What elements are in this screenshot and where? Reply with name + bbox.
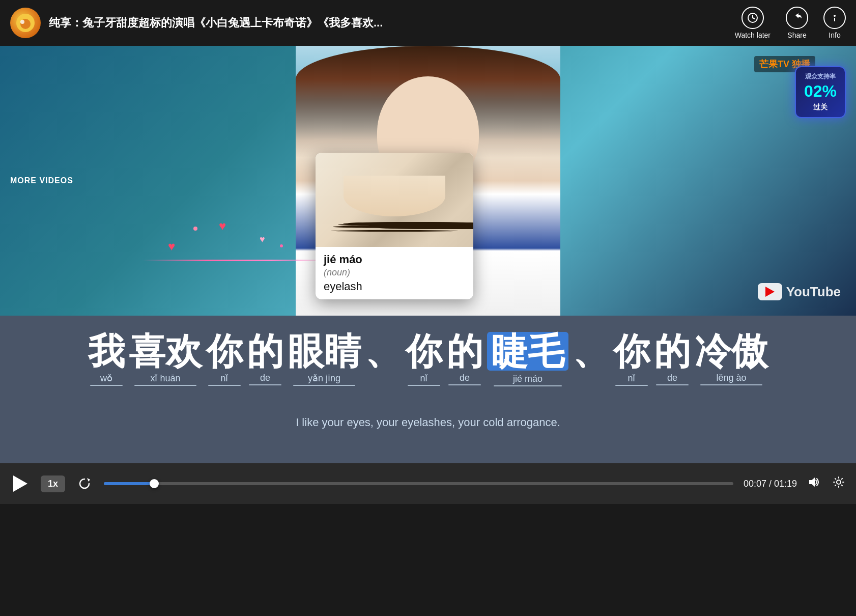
lyric-punctuation: 、 (365, 332, 402, 369)
particle-dot-2 (280, 244, 283, 247)
settings-button[interactable] (832, 475, 846, 492)
lyric-punct: 、 (570, 331, 611, 385)
lyric-underline (700, 384, 762, 385)
score-label: 观众支持率 (804, 72, 837, 81)
progress-bar[interactable] (104, 482, 733, 485)
top-bar: 纯享：兔子牙甜度超标的演唱《小白兔遇上卡布奇诺》《我多喜欢... Watch l… (0, 0, 856, 46)
info-icon (823, 7, 846, 29)
lyric-char-text: 的 (247, 333, 283, 370)
top-actions: Watch later Share Info (735, 7, 846, 39)
heart-particle-1: ♥ (168, 239, 175, 254)
lyric-pinyin-text: lěng ào (716, 373, 746, 383)
watch-later-label: Watch later (735, 31, 771, 39)
lyric-pinyin-text: jié máo (513, 374, 543, 384)
lyrics-area: 我wǒ喜欢xǐ huān你nǐ的de眼睛yǎn jīng、你nǐ的de睫毛jié… (0, 316, 856, 463)
video-title: 纯享：兔子牙甜度超标的演唱《小白兔遇上卡布奇诺》《我多喜欢... (49, 16, 727, 31)
lyric-pinyin-text: wǒ (100, 373, 112, 384)
info-label: Info (829, 31, 840, 39)
youtube-icon (758, 283, 782, 300)
lyric-underline (134, 385, 196, 386)
svg-marker-8 (87, 478, 90, 482)
lyric-char-text[interactable]: 睫毛 (487, 332, 568, 371)
lyric-underline (448, 384, 481, 385)
lyric-word-item: 的de (652, 332, 693, 384)
lyric-word-item: 的de (444, 332, 485, 384)
volume-button[interactable] (807, 475, 821, 492)
progress-thumb (150, 479, 159, 488)
lyric-char-text: 你 (613, 333, 650, 370)
lyric-underline (494, 385, 562, 386)
dict-pinyin: jié máo (324, 253, 465, 266)
time-separator: / (769, 479, 774, 489)
info-button[interactable]: Info (823, 7, 846, 39)
pink-line (142, 260, 336, 261)
lyric-word-item: 冷傲lěng ào (693, 332, 770, 384)
total-time: 01:19 (774, 479, 797, 489)
lyric-underline (249, 384, 281, 385)
lyric-pinyin-text: nǐ (420, 373, 427, 384)
progress-fill (104, 482, 154, 485)
lyric-char-text: 的 (446, 333, 483, 370)
particle-dot-1 (193, 227, 197, 231)
lyric-underline (90, 385, 123, 386)
lyric-punct: 、 (363, 331, 404, 385)
lyric-char-text: 你 (406, 333, 442, 370)
lyric-underline (208, 385, 241, 386)
current-time: 00:07 (744, 479, 766, 489)
dict-part-of-speech: (noun) (324, 267, 465, 278)
player-bar: 1x 00:07 / 01:19 (0, 463, 856, 504)
lyric-char-text: 我 (88, 333, 125, 370)
lyric-word-item: 的de (245, 332, 286, 384)
lyrics-main-line: 我wǒ喜欢xǐ huān你nǐ的de眼睛yǎn jīng、你nǐ的de睫毛jié… (20, 331, 836, 385)
watch-later-button[interactable]: Watch later (735, 7, 771, 39)
lyric-word-item: 你nǐ (611, 332, 652, 385)
video-container[interactable]: 芒果TV 独播 观众支持率 02% 过关 ♥ ♥ ♥ MORE VIDEOS Y… (0, 46, 856, 316)
lyric-underline (293, 385, 355, 386)
dictionary-popup: jié máo (noun) eyelash (316, 153, 473, 299)
share-button[interactable]: Share (786, 7, 808, 39)
watch-later-icon (741, 7, 764, 29)
share-label: Share (787, 31, 806, 39)
svg-marker-9 (809, 478, 815, 487)
lyric-pinyin-text: yǎn jīng (308, 373, 340, 384)
lyric-underline (408, 385, 440, 386)
channel-avatar[interactable] (10, 8, 41, 38)
dict-definition: eyelash (324, 280, 465, 293)
youtube-wordmark: YouTube (786, 284, 841, 300)
score-percent: 02% (804, 82, 837, 100)
score-overlay: 观众支持率 02% 过关 (795, 66, 846, 118)
heart-particle-2: ♥ (219, 219, 226, 233)
lyric-char-text: 眼睛 (288, 333, 361, 370)
dictionary-image (316, 153, 473, 247)
lyric-pinyin-text: xǐ huān (150, 373, 180, 384)
lyric-char-text: 冷傲 (695, 333, 768, 370)
svg-point-10 (837, 480, 841, 484)
play-button[interactable] (10, 473, 31, 494)
svg-point-6 (834, 15, 836, 17)
lyric-pinyin-text: de (460, 373, 470, 383)
replay-button[interactable] (75, 474, 94, 493)
speed-button[interactable]: 1x (41, 475, 65, 492)
lyric-word-item: 我wǒ (86, 332, 127, 385)
lyric-word-item[interactable]: 睫毛jié máo (485, 331, 570, 385)
lyric-char-text: 喜欢 (129, 333, 202, 370)
lyric-word-item: 喜欢xǐ huān (127, 332, 204, 385)
svg-line-5 (753, 18, 755, 19)
time-display: 00:07 / 01:19 (744, 479, 797, 489)
svg-point-2 (20, 20, 24, 24)
lyric-pinyin-text: nǐ (627, 373, 635, 384)
more-videos-label[interactable]: MORE VIDEOS (10, 176, 73, 185)
translation-text: I like your eyes, your eyelashes, your c… (20, 416, 836, 429)
youtube-play-icon (765, 287, 775, 297)
lyric-word-item: 你nǐ (404, 332, 444, 385)
lyric-pinyin-text: de (260, 373, 270, 383)
lyric-punctuation: 、 (573, 332, 609, 369)
lyric-word-item: 你nǐ (204, 332, 245, 385)
dictionary-content: jié máo (noun) eyelash (316, 247, 473, 299)
svg-rect-7 (834, 18, 835, 21)
lyric-char-text: 你 (206, 333, 243, 370)
lyric-char-text: 的 (654, 333, 691, 370)
heart-particle-3: ♥ (260, 234, 265, 245)
lyric-underline (656, 384, 689, 385)
lyric-pinyin-text: nǐ (220, 373, 228, 384)
